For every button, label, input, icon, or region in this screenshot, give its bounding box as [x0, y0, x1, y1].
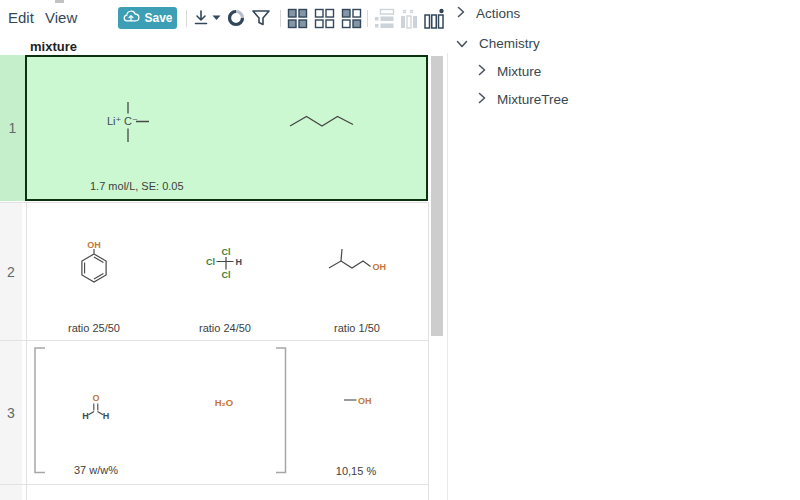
menu-view[interactable]: View	[45, 9, 77, 26]
tree-item-label: Mixture	[497, 64, 541, 79]
atom-label-cl-left: Cl	[206, 257, 215, 267]
atom-label-h: H	[236, 257, 243, 267]
component-caption: ratio 24/50	[180, 322, 270, 334]
structure-methanol: OH	[344, 396, 372, 406]
add-column-icon[interactable]	[423, 8, 445, 29]
structure-formaldehyde: O H H	[82, 393, 109, 422]
toolbar-separator	[186, 10, 187, 27]
mixture-cell-row3[interactable]: O H H H₂O OH 37 w/w% 10,15 %	[27, 341, 428, 484]
grid-outline-icon[interactable]	[314, 8, 335, 29]
atom-label-cl-bottom: Cl	[222, 270, 231, 280]
tree-item-mixturetree[interactable]: MixtureTree	[478, 90, 569, 108]
gridline	[428, 202, 429, 500]
tree-item-chemistry[interactable]: Chemistry	[456, 34, 540, 52]
top-scroll-notch	[55, 0, 64, 3]
mixture-cell-row1-selected[interactable]: Li⁺ C⁻ 1.7 mol/L, SE: 0.05	[25, 55, 428, 201]
hide-columns-icon	[398, 8, 420, 29]
component-caption: 37 w/w%	[51, 464, 141, 476]
atom-label-o: O	[92, 393, 99, 403]
structure-phenol: OH	[82, 240, 106, 283]
row-header-4[interactable]	[0, 485, 22, 500]
chevron-right-icon[interactable]	[478, 62, 486, 80]
structures-row3: O H H H₂O OH	[27, 341, 428, 484]
component-caption: 10,15 %	[311, 465, 401, 477]
structures-row2: OH Cl Cl H Cl OH	[27, 203, 428, 340]
panel-divider	[447, 53, 448, 500]
column-header-mixture[interactable]: mixture	[30, 39, 77, 54]
row-number: 2	[7, 264, 15, 280]
download-icon[interactable]	[192, 9, 210, 27]
app-window: Edit View Save	[0, 0, 800, 500]
atom-label-lithium: Li⁺	[107, 115, 122, 127]
tree-item-label: MixtureTree	[497, 92, 569, 107]
component-caption: ratio 1/50	[312, 322, 402, 334]
tree-item-label: Chemistry	[479, 36, 540, 51]
row-header-1[interactable]: 1	[0, 55, 25, 201]
formula-water: H₂O	[215, 397, 233, 408]
row-number: 3	[7, 405, 15, 421]
mixture-cell-row2[interactable]: OH Cl Cl H Cl OH ratio 25/50 ratio 24/50…	[27, 203, 428, 340]
toolbar-separator	[367, 10, 368, 27]
atom-label-oh: OH	[87, 240, 101, 250]
atom-label-h-left: H	[82, 411, 89, 421]
chevron-right-icon[interactable]	[478, 90, 486, 108]
refresh-icon[interactable]	[226, 8, 246, 28]
toolbar-separator	[280, 10, 281, 27]
structure-isoamyl-alcohol: OH	[329, 249, 386, 272]
group-bracket-left	[35, 348, 45, 473]
group-bracket-right	[276, 348, 286, 473]
cloud-upload-icon	[122, 10, 140, 26]
atom-label-cl-top: Cl	[222, 247, 231, 257]
save-button-label: Save	[144, 11, 172, 25]
tree-item-mixture[interactable]: Mixture	[478, 62, 541, 80]
filter-icon[interactable]	[251, 8, 271, 28]
structure-pentane	[290, 117, 353, 127]
tree-item-label: Actions	[476, 6, 520, 21]
save-button[interactable]: Save	[118, 7, 177, 29]
structure-tert-butyllithium-and-pentane: Li⁺ C⁻	[27, 57, 426, 199]
row-header-3[interactable]: 3	[0, 341, 22, 484]
atom-label-oh: OH	[373, 262, 387, 272]
grid-mixed-icon[interactable]	[341, 8, 362, 29]
gridline	[0, 484, 429, 485]
scrollbar-thumb[interactable]	[431, 56, 443, 336]
atom-label-oh: OH	[358, 396, 372, 406]
grid-filled-icon[interactable]	[287, 8, 308, 29]
tree-item-actions[interactable]: Actions	[457, 4, 520, 22]
vertical-scrollbar	[430, 55, 444, 500]
list-view-icon	[374, 8, 395, 29]
caret-down-icon[interactable]	[212, 15, 221, 21]
component-caption: ratio 25/50	[49, 322, 139, 334]
atom-label-h-right: H	[103, 411, 110, 421]
row-number: 1	[9, 120, 17, 136]
structure-chloroform: Cl Cl H Cl	[206, 247, 242, 280]
row-header-2[interactable]: 2	[0, 203, 22, 340]
menu-edit[interactable]: Edit	[8, 9, 34, 26]
chevron-down-icon[interactable]	[456, 34, 468, 52]
chevron-right-icon[interactable]	[457, 4, 465, 22]
component-caption: 1.7 mol/L, SE: 0.05	[90, 180, 184, 192]
atom-label-carbanion: C⁻	[124, 115, 138, 127]
